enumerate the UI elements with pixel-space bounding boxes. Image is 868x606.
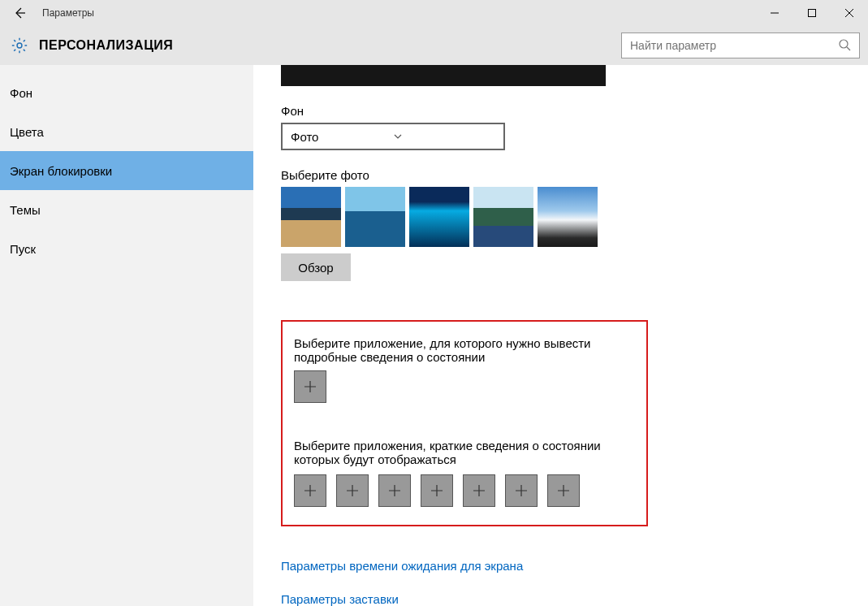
close-button[interactable] — [831, 0, 868, 26]
window-title: Параметры — [39, 7, 94, 19]
back-button[interactable] — [0, 0, 39, 26]
photo-thumb-4[interactable] — [473, 187, 533, 247]
background-label: Фон — [281, 104, 852, 118]
add-quick-app-slot-7[interactable] — [547, 474, 580, 507]
maximize-button[interactable] — [793, 0, 831, 26]
add-quick-app-slot-1[interactable] — [294, 474, 326, 507]
plus-icon — [303, 379, 317, 394]
minimize-icon — [770, 8, 779, 18]
photo-thumbnails — [281, 187, 852, 247]
plus-icon — [303, 483, 317, 498]
chevron-down-icon — [393, 130, 495, 144]
quick-apps-label: Выберите приложения, краткие сведения о … — [294, 439, 635, 466]
detailed-app-slot-row — [294, 370, 635, 403]
quick-apps-slot-row — [294, 474, 635, 507]
plus-icon — [556, 483, 571, 498]
link-screensaver[interactable]: Параметры заставки — [281, 592, 399, 606]
sidebar-item-label: Темы — [10, 203, 41, 217]
sidebar-item-start[interactable]: Пуск — [0, 229, 253, 268]
sidebar-item-lockscreen[interactable]: Экран блокировки — [0, 151, 253, 190]
detailed-app-label: Выберите приложение, для которого нужно … — [294, 336, 635, 364]
photo-thumb-1[interactable] — [281, 187, 341, 247]
svg-point-2 — [840, 40, 848, 48]
content: Фон Фото Выберите фото Обзор Выберите пр… — [253, 65, 868, 606]
plus-icon — [430, 483, 444, 498]
svg-rect-0 — [809, 10, 816, 17]
minimize-button[interactable] — [756, 0, 793, 26]
add-quick-app-slot-2[interactable] — [336, 474, 369, 507]
add-quick-app-slot-4[interactable] — [421, 474, 453, 507]
plus-icon — [472, 483, 486, 498]
search-box[interactable] — [621, 32, 860, 58]
sidebar-item-label: Пуск — [10, 242, 36, 256]
header: ПЕРСОНАЛИЗАЦИЯ — [0, 26, 868, 65]
background-dropdown[interactable]: Фото — [281, 123, 505, 150]
sidebar-item-label: Экран блокировки — [10, 164, 112, 178]
background-dropdown-value: Фото — [291, 130, 393, 144]
photo-thumb-3[interactable] — [409, 187, 469, 247]
photo-thumb-2[interactable] — [345, 187, 405, 247]
plus-icon — [345, 483, 360, 498]
link-screen-timeout[interactable]: Параметры времени ожидания для экрана — [281, 559, 523, 573]
add-quick-app-slot-6[interactable] — [505, 474, 538, 507]
sidebar-item-label: Цвета — [10, 125, 44, 139]
sidebar: Фон Цвета Экран блокировки Темы Пуск — [0, 65, 253, 606]
sidebar-item-label: Фон — [10, 86, 32, 100]
sidebar-item-colors[interactable]: Цвета — [0, 112, 253, 151]
close-icon — [844, 8, 854, 18]
sidebar-item-background[interactable]: Фон — [0, 73, 253, 112]
sidebar-item-themes[interactable]: Темы — [0, 190, 253, 229]
back-arrow-icon — [12, 6, 27, 20]
search-input[interactable] — [630, 39, 838, 52]
add-quick-app-slot-3[interactable] — [378, 474, 411, 507]
browse-button[interactable]: Обзор — [281, 253, 351, 281]
svg-point-1 — [17, 43, 22, 48]
window-controls — [756, 0, 868, 26]
search-icon — [838, 38, 851, 54]
add-quick-app-slot-5[interactable] — [463, 474, 495, 507]
maximize-icon — [807, 8, 817, 18]
add-detailed-app-slot[interactable] — [294, 370, 326, 403]
plus-icon — [387, 483, 402, 498]
body: Фон Цвета Экран блокировки Темы Пуск Фон… — [0, 65, 868, 606]
choose-photo-label: Выберите фото — [281, 168, 852, 182]
photo-thumb-5[interactable] — [538, 187, 598, 247]
section-title: ПЕРСОНАЛИЗАЦИЯ — [39, 38, 173, 53]
settings-gear-icon — [0, 37, 39, 54]
plus-icon — [514, 483, 529, 498]
lockscreen-preview — [281, 65, 606, 86]
highlight-box: Выберите приложение, для которого нужно … — [281, 320, 648, 526]
titlebar: Параметры — [0, 0, 868, 26]
